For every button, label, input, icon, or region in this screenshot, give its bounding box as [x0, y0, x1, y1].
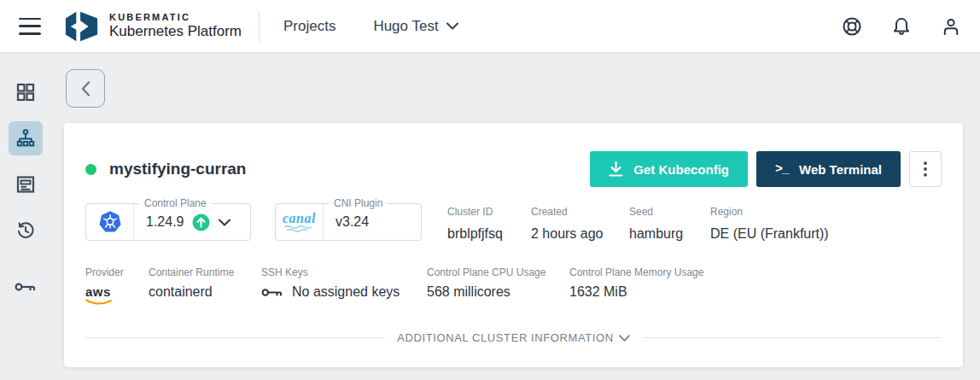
upgrade-available-icon[interactable] — [192, 213, 210, 231]
project-switcher[interactable]: Hugo Test — [373, 18, 458, 35]
stat-seed: Seed hamburg — [629, 203, 710, 242]
control-plane-label: Control Plane — [139, 197, 212, 209]
chevron-down-icon — [619, 335, 630, 342]
stat-ssh-keys[interactable]: SSH Keys No assigned keys — [261, 264, 427, 300]
canal-logo-icon: canal — [283, 212, 316, 232]
cluster-tree-icon — [15, 128, 36, 149]
hamburger-menu-icon[interactable] — [19, 18, 41, 35]
aws-swoosh — [85, 299, 113, 306]
sidebar-item-activity[interactable] — [9, 213, 43, 248]
chevron-left-icon — [81, 81, 90, 96]
stat-cluster-id: Cluster ID brblpfjfsq — [447, 203, 531, 242]
brand-text: KUBERMATIC Kubernetes Platform — [109, 12, 242, 40]
cluster-details-card: mystifying-curran Get Kubeconfig >_ Web … — [64, 123, 963, 367]
sidebar-item-ssh-keys[interactable] — [9, 270, 43, 304]
additional-cluster-information-toggle[interactable]: ADDITIONAL CLUSTER INFORMATION — [85, 331, 942, 344]
kubermatic-logo-icon — [63, 9, 101, 44]
brand-name: KUBERMATIC — [109, 12, 242, 22]
cni-plugin-label: CNI Plugin — [329, 197, 388, 209]
aws-logo-icon: aws — [85, 285, 113, 306]
grid-icon — [15, 82, 36, 102]
cluster-status-badge — [85, 164, 96, 175]
web-terminal-button[interactable]: >_ Web Terminal — [756, 151, 901, 187]
terminal-icon: >_ — [775, 162, 789, 177]
header-divider — [259, 11, 260, 42]
user-icon[interactable] — [941, 16, 961, 37]
nav-projects-link[interactable]: Projects — [280, 13, 339, 40]
control-plane-version: 1.24.9 — [146, 214, 184, 230]
sidebar — [0, 53, 51, 380]
web-terminal-label: Web Terminal — [799, 162, 882, 177]
divider — [642, 337, 942, 338]
download-icon — [609, 161, 623, 177]
key-icon — [261, 287, 283, 298]
current-project-name: Hugo Test — [373, 18, 438, 35]
cni-plugin-box: CNI Plugin canal v3.24 — [275, 203, 422, 241]
stat-container-runtime: Container Runtime containerd — [149, 264, 261, 300]
chevron-down-icon[interactable] — [219, 219, 230, 226]
brand-product: Kubernetes Platform — [109, 23, 242, 40]
get-kubeconfig-button[interactable]: Get Kubeconfig — [590, 151, 748, 187]
additional-info-label: ADDITIONAL CLUSTER INFORMATION — [397, 331, 613, 344]
stat-created: Created 2 hours ago — [531, 203, 629, 242]
cluster-name: mystifying-curran — [109, 160, 246, 178]
brand[interactable]: KUBERMATIC Kubernetes Platform — [63, 9, 242, 44]
chevron-down-icon — [446, 22, 458, 30]
control-plane-version-picker[interactable]: Control Plane — [85, 203, 251, 241]
sidebar-item-projects[interactable] — [9, 75, 43, 109]
app-header: KUBERMATIC Kubernetes Platform Projects … — [0, 0, 980, 53]
back-button[interactable] — [66, 69, 105, 108]
stat-cpu-usage: Control Plane CPU Usage 568 millicores — [427, 264, 569, 300]
sidebar-item-external-clusters[interactable] — [9, 167, 43, 202]
help-buoy-icon[interactable] — [842, 16, 862, 37]
stat-provider: Provider aws — [85, 264, 149, 306]
cluster-actions-menu-button[interactable] — [909, 151, 942, 187]
stat-region: Region DE (EU (Frankfurt)) — [710, 203, 829, 242]
canal-waves — [283, 225, 312, 232]
kebab-menu-icon — [924, 161, 927, 177]
form-icon — [15, 174, 36, 195]
stat-memory-usage: Control Plane Memory Usage 1632 MiB — [569, 264, 703, 300]
cni-version: v3.24 — [335, 214, 369, 230]
history-icon — [15, 220, 36, 241]
notifications-bell-icon[interactable] — [891, 16, 912, 37]
kubernetes-icon — [98, 210, 122, 234]
divider — [85, 337, 385, 338]
get-kubeconfig-label: Get Kubeconfig — [633, 162, 729, 177]
sidebar-item-clusters[interactable] — [9, 121, 43, 155]
key-icon — [15, 281, 37, 293]
